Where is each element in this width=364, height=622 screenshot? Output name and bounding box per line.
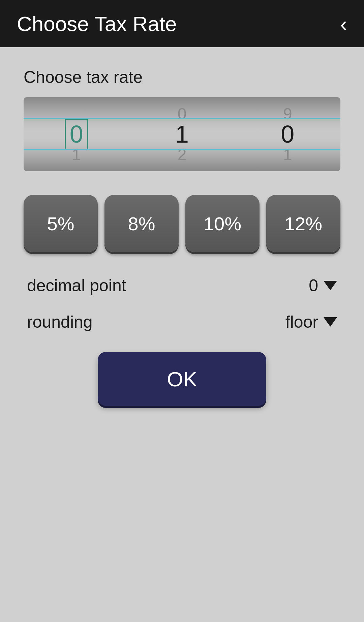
preset-buttons-group: 5% 8% 10% 12% [24, 195, 340, 252]
preset-12-button[interactable]: 12% [266, 195, 340, 252]
rounding-row: rounding floor [24, 312, 340, 332]
ok-button[interactable]: OK [98, 352, 266, 406]
app-header: Choose Tax Rate ‹ [0, 0, 364, 47]
decimal-point-value: 0 [309, 276, 318, 295]
picker-col-1[interactable]: 0 1 2 [129, 97, 235, 171]
picker-columns: 0 1 0 1 2 9 0 1 [24, 97, 340, 171]
decimal-point-dropdown[interactable]: 0 [309, 276, 337, 295]
page-title: Choose Tax Rate [17, 12, 177, 36]
picker-col-0-below: 1 [72, 145, 81, 164]
picker-col-1-center: 1 [175, 120, 189, 148]
content-area: Choose tax rate 0 1 0 1 2 9 0 1 [0, 47, 364, 419]
decimal-point-dropdown-arrow [324, 281, 337, 290]
settings-section: decimal point 0 rounding floor [24, 276, 340, 332]
rounding-dropdown[interactable]: floor [285, 312, 337, 332]
preset-5-button[interactable]: 5% [24, 195, 98, 252]
picker-line-top [24, 118, 340, 119]
back-button[interactable]: ‹ [340, 12, 347, 36]
picker-col-2-below: 1 [283, 145, 292, 164]
decimal-point-row: decimal point 0 [24, 276, 340, 295]
picker-col-2[interactable]: 9 0 1 [235, 97, 340, 171]
drum-picker[interactable]: 0 1 0 1 2 9 0 1 [24, 97, 340, 171]
ok-button-wrap: OK [24, 352, 340, 406]
picker-line-bottom [24, 149, 340, 150]
rounding-value: floor [285, 312, 318, 332]
rounding-dropdown-arrow [324, 317, 337, 327]
picker-col-1-below: 2 [178, 145, 187, 164]
preset-10-button[interactable]: 10% [185, 195, 260, 252]
preset-8-button[interactable]: 8% [104, 195, 179, 252]
section-title: Choose tax rate [24, 67, 340, 87]
decimal-point-label: decimal point [27, 276, 126, 295]
picker-col-0[interactable]: 0 1 [24, 97, 129, 171]
picker-col-2-center: 0 [281, 120, 294, 148]
rounding-label: rounding [27, 312, 93, 332]
